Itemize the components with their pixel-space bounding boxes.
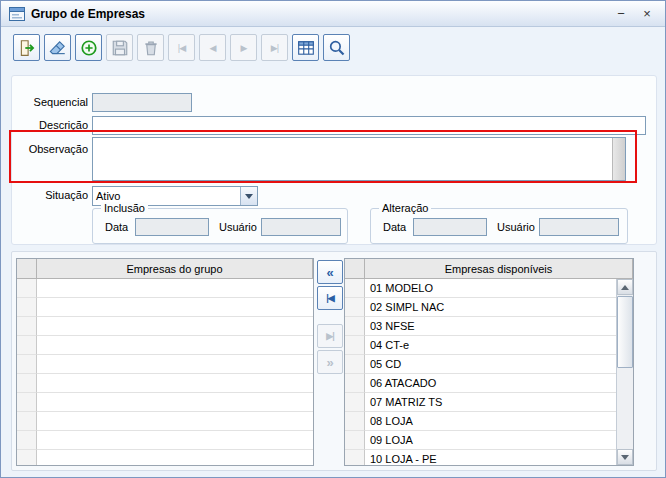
table-row[interactable]: [17, 431, 313, 450]
table-row[interactable]: 10 LOJA - PE: [345, 450, 618, 466]
clear-button[interactable]: [44, 34, 71, 61]
nav-first-button: |◀: [168, 34, 195, 61]
table-row[interactable]: [17, 279, 313, 298]
double-chevron-left-icon: «: [326, 265, 333, 280]
window-icon: [9, 7, 25, 21]
grid-header-row: Empresas disponíveis: [345, 259, 633, 279]
table-row[interactable]: 09 LOJA: [345, 431, 618, 450]
table-row[interactable]: [17, 393, 313, 412]
row-cell: [37, 393, 313, 412]
table-row[interactable]: [17, 355, 313, 374]
grid-body: 01 MODELO 02 SIMPL NAC 03 NFSE 04 CT-e 0…: [345, 279, 618, 466]
alteracao-data-field[interactable]: [413, 218, 487, 236]
search-button[interactable]: [323, 34, 350, 61]
row-cell: 05 CD: [365, 355, 618, 374]
row-indicator-cell: [17, 450, 37, 466]
row-indicator-cell: [345, 336, 365, 355]
row-indicator-cell: [17, 431, 37, 450]
alteracao-usuario-field[interactable]: [539, 218, 619, 236]
inclusao-usuario-field[interactable]: [261, 218, 341, 236]
double-chevron-right-icon: »: [326, 355, 333, 370]
table-row[interactable]: 07 MATRIZ TS: [345, 393, 618, 412]
grid-body: [17, 279, 313, 466]
arrow-right-bar-icon: ▶|: [326, 331, 333, 341]
table-row[interactable]: [17, 336, 313, 355]
move-all-left-button[interactable]: «: [317, 260, 343, 284]
row-indicator-cell: [345, 450, 365, 466]
toolbar: |◀ ◀ ▶ ▶|: [13, 34, 350, 61]
row-cell: 10 LOJA - PE: [365, 450, 618, 466]
scroll-up-button[interactable]: [617, 279, 633, 295]
nav-first-icon: |◀: [178, 43, 185, 53]
table-row[interactable]: 04 CT-e: [345, 336, 618, 355]
row-indicator-cell: [345, 374, 365, 393]
grupo-de-empresas-window: Grupo de Empresas − ×: [0, 0, 666, 478]
alteracao-usuario-label: Usuário: [497, 221, 535, 233]
observacao-field[interactable]: [93, 138, 612, 180]
move-selected-right-button: ▶|: [317, 324, 343, 348]
arrow-left-bar-icon: |◀: [326, 293, 333, 303]
row-indicator-cell: [17, 393, 37, 412]
table-row[interactable]: 08 LOJA: [345, 412, 618, 431]
situacao-dropdown-button[interactable]: [240, 187, 257, 205]
situacao-label: Situação: [16, 189, 88, 201]
table-grid-icon: [297, 39, 315, 57]
sequencial-field[interactable]: [92, 93, 192, 112]
table-row[interactable]: 05 CD: [345, 355, 618, 374]
scroll-down-button[interactable]: [617, 449, 633, 465]
descricao-field[interactable]: [92, 116, 646, 135]
row-indicator-cell: [17, 355, 37, 374]
row-cell: 04 CT-e: [365, 336, 618, 355]
inclusao-data-field[interactable]: [135, 218, 209, 236]
row-indicator-cell: [17, 412, 37, 431]
exit-button[interactable]: [13, 34, 40, 61]
minimize-button[interactable]: −: [611, 5, 631, 23]
empresas-disponiveis-grid: Empresas disponíveis 01 MODELO 02 SIMPL …: [344, 258, 634, 466]
empresas-disponiveis-header[interactable]: Empresas disponíveis: [365, 259, 633, 279]
scrollbar-thumb[interactable]: [617, 296, 633, 368]
row-cell: [37, 336, 313, 355]
table-row[interactable]: 02 SIMPL NAC: [345, 298, 618, 317]
row-indicator-cell: [345, 279, 365, 298]
triangle-up-icon: [621, 285, 629, 290]
table-row[interactable]: [17, 450, 313, 466]
empresas-do-grupo-header[interactable]: Empresas do grupo: [37, 259, 313, 279]
table-row[interactable]: [17, 317, 313, 336]
titlebar: Grupo de Empresas − ×: [1, 1, 665, 27]
row-indicator-cell: [345, 431, 365, 450]
table-row[interactable]: [17, 374, 313, 393]
table-row[interactable]: [17, 412, 313, 431]
observacao-scrollbar[interactable]: [612, 138, 625, 180]
inclusao-data-label: Data: [105, 221, 128, 233]
row-cell: 09 LOJA: [365, 431, 618, 450]
table-row[interactable]: [17, 298, 313, 317]
table-row[interactable]: 06 ATACADO: [345, 374, 618, 393]
row-cell: 01 MODELO: [365, 279, 618, 298]
close-button[interactable]: ×: [637, 5, 657, 23]
row-cell: [37, 431, 313, 450]
nav-next-icon: ▶: [241, 43, 247, 53]
move-selected-left-button[interactable]: |◀: [317, 286, 343, 310]
table-row[interactable]: 03 NFSE: [345, 317, 618, 336]
vertical-scrollbar[interactable]: [616, 279, 633, 465]
eraser-icon: [49, 39, 67, 57]
chevron-down-icon: [245, 194, 253, 199]
row-cell: 07 MATRIZ TS: [365, 393, 618, 412]
inclusao-groupbox: Inclusão Data Usuário: [92, 208, 348, 244]
row-cell: [37, 450, 313, 466]
row-indicator-cell: [17, 336, 37, 355]
empresas-do-grupo-grid: Empresas do grupo: [16, 258, 314, 466]
nav-last-button: ▶|: [261, 34, 288, 61]
nav-last-icon: ▶|: [271, 43, 278, 53]
row-indicator-cell: [345, 412, 365, 431]
window-title: Grupo de Empresas: [31, 7, 145, 21]
row-cell: 06 ATACADO: [365, 374, 618, 393]
form-panel: Sequencial Descrição Observação Situação…: [11, 75, 657, 245]
table-row[interactable]: 01 MODELO: [345, 279, 618, 298]
alteracao-title: Alteração: [379, 202, 431, 214]
alteracao-groupbox: Alteração Data Usuário: [370, 208, 628, 244]
search-icon: [328, 39, 346, 57]
add-button[interactable]: [75, 34, 102, 61]
row-indicator-cell: [345, 317, 365, 336]
grid-view-button[interactable]: [292, 34, 319, 61]
